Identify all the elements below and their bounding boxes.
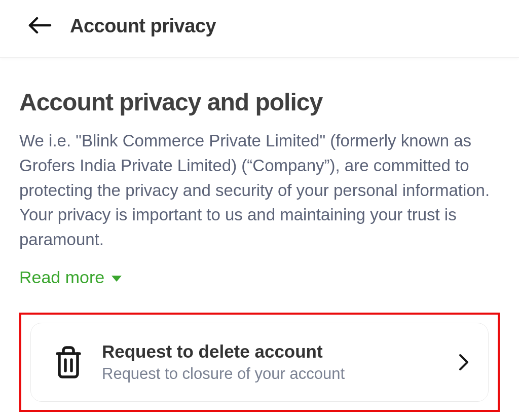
highlight-annotation: Request to delete account Request to clo… <box>19 313 500 412</box>
caret-down-icon <box>112 276 122 282</box>
arrow-left-icon <box>28 17 52 35</box>
delete-card-title: Request to delete account <box>102 341 440 362</box>
card-text: Request to delete account Request to clo… <box>102 341 440 383</box>
app-header: Account privacy <box>0 0 519 58</box>
read-more-label: Read more <box>19 268 104 287</box>
back-button[interactable] <box>28 17 52 35</box>
read-more-toggle[interactable]: Read more <box>19 268 122 287</box>
main-heading: Account privacy and policy <box>19 88 500 116</box>
delete-card-subtitle: Request to closure of your account <box>102 365 440 383</box>
trash-icon <box>53 346 84 379</box>
page-title: Account privacy <box>70 15 216 37</box>
main-content: Account privacy and policy We i.e. "Blin… <box>0 58 519 412</box>
delete-account-card[interactable]: Request to delete account Request to clo… <box>30 323 489 402</box>
policy-description: We i.e. "Blink Commerce Private Limited"… <box>19 129 500 252</box>
chevron-right-icon <box>459 354 469 371</box>
